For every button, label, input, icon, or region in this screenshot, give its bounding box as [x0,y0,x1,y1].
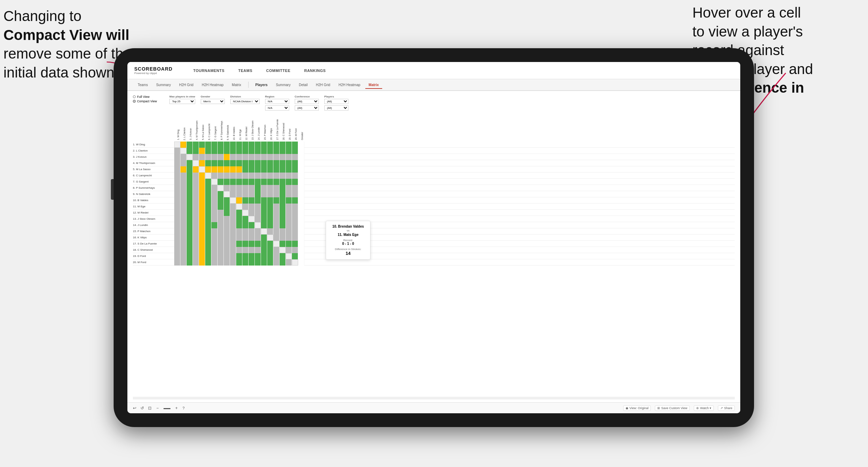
matrix-cell[interactable] [199,228,205,235]
matrix-cell[interactable] [242,247,249,253]
matrix-cell[interactable] [236,228,242,235]
matrix-cell[interactable] [236,148,242,154]
matrix-cell[interactable] [236,259,242,266]
matrix-cell[interactable] [180,241,187,247]
matrix-cell[interactable] [187,204,193,210]
matrix-cell[interactable] [249,179,255,185]
matrix-cell[interactable] [218,241,224,247]
matrix-cell[interactable] [205,253,211,259]
matrix-cell[interactable] [187,241,193,247]
matrix-cell[interactable] [180,259,187,266]
matrix-cell[interactable] [205,142,211,148]
matrix-cell[interactable] [174,154,180,160]
matrix-cell[interactable] [261,142,267,148]
nav-committee[interactable]: COMMITTEE [266,69,291,73]
matrix-cell[interactable] [249,154,255,160]
matrix-cell[interactable] [230,222,236,228]
matrix-cell[interactable] [187,247,193,253]
matrix-cell[interactable] [193,210,199,216]
matrix-cell[interactable] [242,142,249,148]
matrix-cell[interactable] [224,154,230,160]
matrix-cell[interactable] [298,154,304,160]
matrix-cell[interactable] [218,148,224,154]
matrix-cell[interactable] [211,235,218,241]
matrix-cell[interactable] [193,216,199,222]
matrix-cell[interactable] [261,259,267,266]
matrix-cell[interactable] [280,247,286,253]
matrix-cell[interactable] [193,166,199,173]
matrix-cell[interactable] [298,179,304,185]
matrix-cell[interactable] [180,228,187,235]
matrix-cell[interactable] [224,253,230,259]
matrix-cell[interactable] [255,173,261,179]
matrix-cell[interactable] [211,148,218,154]
matrix-cell[interactable] [236,216,242,222]
matrix-cell[interactable] [199,154,205,160]
matrix-cell[interactable] [187,253,193,259]
matrix-cell[interactable] [199,142,205,148]
matrix-cell[interactable] [236,241,242,247]
matrix-cell[interactable] [205,148,211,154]
matrix-cell[interactable] [292,197,298,204]
matrix-cell[interactable] [193,228,199,235]
matrix-cell[interactable] [174,142,180,148]
matrix-cell[interactable] [267,210,273,216]
matrix-cell[interactable] [261,253,267,259]
matrix-cell[interactable] [292,191,298,197]
matrix-cell[interactable] [255,191,261,197]
matrix-cell[interactable] [236,142,242,148]
matrix-cell[interactable] [187,197,193,204]
matrix-cell[interactable] [193,253,199,259]
matrix-cell[interactable] [261,228,267,235]
matrix-cell[interactable] [249,166,255,173]
matrix-cell[interactable] [292,179,298,185]
matrix-cell[interactable] [224,148,230,154]
matrix-cell[interactable] [205,216,211,222]
matrix-cell[interactable] [255,154,261,160]
matrix-cell[interactable] [224,179,230,185]
matrix-cell[interactable] [193,160,199,166]
matrix-cell[interactable] [187,259,193,266]
matrix-cell[interactable] [193,173,199,179]
matrix-cell[interactable] [193,259,199,266]
matrix-cell[interactable] [280,166,286,173]
matrix-cell[interactable] [180,210,187,216]
matrix-cell[interactable] [255,166,261,173]
matrix-cell[interactable] [249,222,255,228]
matrix-cell[interactable] [242,216,249,222]
matrix-cell[interactable] [205,259,211,266]
compact-view-radio[interactable] [133,100,136,103]
matrix-cell[interactable] [286,210,292,216]
players-select-2[interactable]: (All) [324,105,348,111]
matrix-cell[interactable] [255,204,261,210]
matrix-cell[interactable] [273,197,280,204]
matrix-cell[interactable] [230,253,236,259]
matrix-cell[interactable] [230,191,236,197]
full-view-option[interactable]: Full View [133,95,164,98]
matrix-cell[interactable] [255,253,261,259]
matrix-cell[interactable] [255,216,261,222]
matrix-cell[interactable] [218,216,224,222]
matrix-cell[interactable] [174,166,180,173]
matrix-cell[interactable] [211,253,218,259]
matrix-cell[interactable] [230,179,236,185]
matrix-cell[interactable] [218,247,224,253]
matrix-cell[interactable] [273,160,280,166]
matrix-cell[interactable] [280,154,286,160]
matrix-cell[interactable] [205,154,211,160]
matrix-cell[interactable] [205,191,211,197]
matrix-cell[interactable] [255,247,261,253]
matrix-cell[interactable] [286,179,292,185]
matrix-cell[interactable] [249,241,255,247]
matrix-cell[interactable] [187,160,193,166]
matrix-cell[interactable] [218,142,224,148]
matrix-cell[interactable] [292,185,298,191]
matrix-cell[interactable] [267,259,273,266]
matrix-cell[interactable] [224,173,230,179]
matrix-cell[interactable] [187,185,193,191]
matrix-cell[interactable] [218,185,224,191]
matrix-cell[interactable] [187,179,193,185]
matrix-cell[interactable] [193,204,199,210]
matrix-cell[interactable] [298,228,304,235]
help-btn[interactable]: ? [182,406,185,410]
